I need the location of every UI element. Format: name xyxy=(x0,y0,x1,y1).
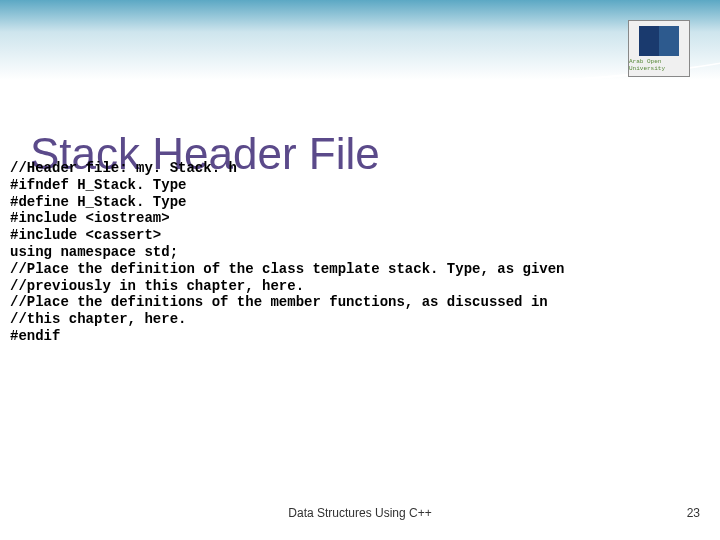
code-line: #define H_Stack. Type xyxy=(10,194,710,211)
code-line: //Place the definitions of the member fu… xyxy=(10,294,710,311)
code-line: #include <iostream> xyxy=(10,210,710,227)
swoosh-graphic xyxy=(0,16,720,108)
code-line: //this chapter, here. xyxy=(10,311,710,328)
code-line: //Place the definition of the class temp… xyxy=(10,261,710,278)
header-decoration xyxy=(0,0,720,80)
code-line: #ifndef H_Stack. Type xyxy=(10,177,710,194)
code-block: //Header file: my. Stack. h #ifndef H_St… xyxy=(10,160,710,345)
code-line: #include <cassert> xyxy=(10,227,710,244)
code-line: //previously in this chapter, here. xyxy=(10,278,710,295)
code-line: using namespace std; xyxy=(10,244,710,261)
page-number: 23 xyxy=(687,506,700,520)
code-line: //Header file: my. Stack. h xyxy=(10,160,710,177)
footer-text: Data Structures Using C++ xyxy=(0,506,720,520)
university-logo: Arab Open University xyxy=(628,20,690,77)
code-line: #endif xyxy=(10,328,710,345)
